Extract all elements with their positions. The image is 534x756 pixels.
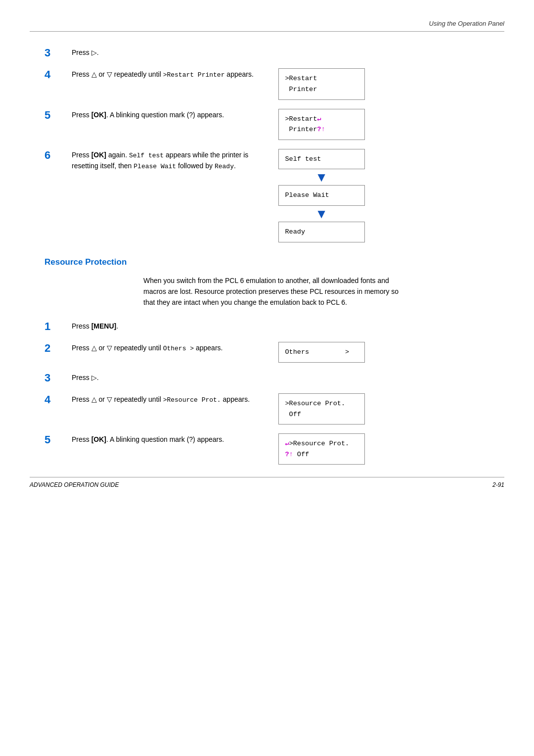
res-step-2: 2 Press △ or ▽ repeatedly until Others >…	[44, 342, 490, 363]
step-5-text: Press [OK]. A blinking question mark (?)…	[72, 109, 260, 121]
res-step-number-2: 2	[44, 342, 72, 355]
lcd-others: Others >	[278, 342, 365, 363]
footer-left: ADVANCED OPERATION GUIDE	[30, 481, 119, 488]
header-text: Using the Operation Panel	[429, 20, 504, 27]
lcd-self-test: Self test	[278, 149, 365, 170]
page-footer: ADVANCED OPERATION GUIDE 2-91	[30, 477, 504, 488]
res-step-number-5: 5	[44, 433, 72, 446]
res-step-4-lcd: >Resource Prot. Off	[269, 393, 373, 425]
step-5: 5 Press [OK]. A blinking question mark (…	[44, 109, 490, 140]
step-6-text: Press [OK] again. Self test appears whil…	[72, 149, 260, 172]
arrow-down-2: ▼	[315, 207, 328, 220]
step-4: 4 Press △ or ▽ repeatedly until >Restart…	[44, 68, 490, 99]
res-step-3: 3 Press ▷.	[44, 372, 490, 384]
res-step-5: 5 Press [OK]. A blinking question mark (…	[44, 433, 490, 465]
step-number-4: 4	[44, 68, 72, 81]
main-content: 3 Press ▷. 4 Press △ or ▽ repeatedly unt…	[30, 47, 504, 465]
step-4-lcd-col: >Restart Printer	[269, 68, 373, 99]
lcd-resource-prot-blink: ↵>Resource Prot. ?↑ Off	[278, 433, 365, 465]
step-3-text: Press ▷.	[72, 47, 260, 58]
res-step-number-3: 3	[44, 372, 72, 384]
step-number-5: 5	[44, 109, 72, 122]
step-3: 3 Press ▷.	[44, 47, 490, 59]
res-step-5-text: Press [OK]. A blinking question mark (?)…	[72, 433, 260, 445]
res-step-number-1: 1	[44, 320, 72, 333]
res-step-number-4: 4	[44, 393, 72, 406]
step-6: 6 Press [OK] again. Self test appears wh…	[44, 149, 490, 242]
page-header: Using the Operation Panel	[30, 20, 504, 32]
lcd-resource-prot-off: >Resource Prot. Off	[278, 393, 365, 425]
res-step-2-text: Press △ or ▽ repeatedly until Others > a…	[72, 342, 260, 354]
res-step-2-lcd: Others >	[269, 342, 373, 363]
step-number-3: 3	[44, 47, 72, 59]
footer-right: 2-91	[492, 481, 504, 488]
step-4-text: Press △ or ▽ repeatedly until >Restart P…	[72, 68, 260, 80]
lcd-display-restart: >Restart Printer	[278, 68, 365, 99]
page: Using the Operation Panel 3 Press ▷. 4 P…	[0, 0, 534, 503]
lcd-ready: Ready	[278, 222, 365, 242]
section2: Resource Protection When you switch from…	[44, 257, 490, 465]
section2-description: When you switch from the PCL 6 emulation…	[143, 275, 400, 308]
step-6-lcd-sequence: Self test ▼ Please Wait ▼ Ready	[269, 149, 373, 242]
lcd-display-restart-blink: >Restart↵ Printer?↑	[278, 109, 365, 140]
section1-steps: 3 Press ▷. 4 Press △ or ▽ repeatedly unt…	[44, 47, 490, 242]
lcd-please-wait: Please Wait	[278, 185, 365, 206]
arrow-down-1: ▼	[315, 171, 328, 184]
res-step-5-lcd: ↵>Resource Prot. ?↑ Off	[269, 433, 373, 465]
res-step-3-text: Press ▷.	[72, 372, 260, 383]
step-number-6: 6	[44, 149, 72, 162]
res-step-1: 1 Press [MENU].	[44, 320, 490, 333]
res-step-1-text: Press [MENU].	[72, 320, 260, 332]
section2-heading: Resource Protection	[44, 257, 490, 267]
step-5-lcd-col: >Restart↵ Printer?↑	[269, 109, 373, 140]
res-step-4-text: Press △ or ▽ repeatedly until >Resource …	[72, 393, 260, 405]
res-step-4: 4 Press △ or ▽ repeatedly until >Resourc…	[44, 393, 490, 425]
